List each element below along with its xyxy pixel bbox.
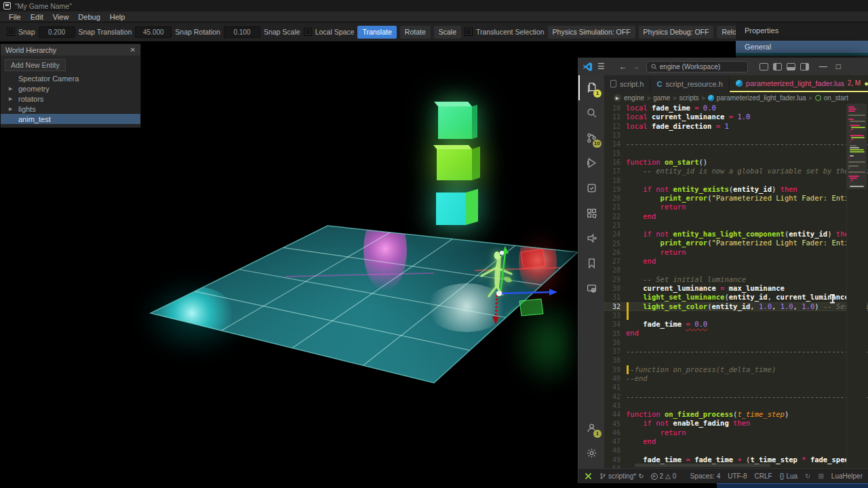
grid-status-icon[interactable]: ⊞ — [818, 472, 823, 480]
layout-panel-left-icon[interactable] — [760, 63, 768, 70]
code-line-31[interactable]: 31 light_set_luminance(entity_id, curren… — [604, 293, 868, 302]
code-line-45[interactable]: 45 if not enable_fading then — [604, 419, 868, 428]
activitybar-testing[interactable] — [578, 176, 604, 201]
breadcrumb-item-on-start[interactable]: on_start — [824, 94, 848, 102]
snap-checkbox[interactable] — [7, 28, 15, 36]
code-line-25[interactable]: 25 print_error("Parameterized Light Fade… — [604, 239, 868, 247]
code-line-46[interactable]: 46 return — [604, 428, 868, 437]
code-line-41[interactable]: 41 — [604, 383, 868, 392]
code-line-12[interactable]: 12local fade_direction = 1 — [604, 122, 868, 131]
activitybar-settings[interactable] — [578, 441, 604, 466]
close-icon[interactable]: ✕ — [130, 46, 136, 54]
menu-debug[interactable]: Debug — [73, 12, 104, 22]
breadcrumb-item-engine[interactable]: engine — [624, 94, 644, 102]
code-line-42[interactable]: 42--------------------------------------… — [604, 392, 868, 401]
code-line-32[interactable]: 32 light_set_color(entity_id, 1.0, 1.0, … — [604, 302, 868, 311]
scale-button[interactable]: Scale — [434, 26, 461, 39]
translate-gizmo[interactable] — [468, 242, 570, 337]
expand-arrow-icon[interactable]: ▶ — [9, 86, 18, 92]
add-new-entity-button[interactable]: Add New Entity — [5, 59, 66, 71]
code-line-26[interactable]: 26 return — [604, 248, 868, 257]
expand-arrow-icon[interactable]: ▶ — [9, 106, 18, 112]
tab-script-resource-h[interactable]: Cscript_resource.h — [650, 75, 729, 92]
snap-rotation-input[interactable]: 45.000 — [135, 26, 172, 38]
code-line-47[interactable]: 47 end — [604, 437, 868, 446]
code-line-24[interactable]: 24 if not entity_has_light_component(ent… — [604, 230, 868, 239]
gizmo-x-arrow[interactable] — [500, 289, 557, 296]
language-indicator[interactable]: {} Lua — [780, 472, 797, 480]
menu-help[interactable]: Help — [105, 12, 130, 22]
code-line-13[interactable]: 13 — [604, 131, 868, 140]
activitybar-run-debug[interactable] — [578, 150, 604, 176]
activitybar-account[interactable]: 1 — [578, 415, 604, 441]
hierarchy-item-geometry[interactable]: ▶geometry — [1, 83, 140, 94]
tab-script-h[interactable]: script.h — [604, 75, 650, 92]
horizontal-scrollbar[interactable] — [635, 464, 770, 467]
code-line-16[interactable]: 16function on_start() — [604, 158, 868, 167]
properties-section-general[interactable]: General — [736, 41, 868, 53]
menu-file[interactable]: File — [4, 12, 26, 22]
code-line-37[interactable]: 37--------------------------------------… — [604, 347, 868, 356]
minimize-icon[interactable]: — — [819, 62, 827, 71]
activitybar-bookmarks[interactable] — [578, 251, 604, 276]
problems-indicator[interactable]: ✕ 2 △ 0 — [651, 472, 677, 480]
activitybar-explorer[interactable]: 1 — [578, 75, 604, 100]
hierarchy-item-anim-test[interactable]: anim_test — [1, 114, 140, 124]
code-line-48[interactable]: 48 — [604, 446, 868, 455]
code-line-30[interactable]: 30 current_luminance = max_luminance — [604, 284, 868, 293]
code-line-40[interactable]: 40--end — [604, 374, 868, 383]
back-icon[interactable]: ← — [619, 62, 627, 71]
toggle-secondary-sidebar-icon[interactable] — [800, 63, 809, 70]
code-line-49[interactable]: 49 fade_time = fade_time + (t_time_step … — [604, 455, 868, 464]
translucent-selection-checkbox[interactable] — [465, 28, 473, 36]
code-line-23[interactable]: 23 — [604, 221, 868, 230]
encoding-indicator[interactable]: UTF-8 — [728, 472, 747, 480]
code-line-35[interactable]: 35end — [604, 329, 868, 338]
code-line-21[interactable]: 21 return — [604, 203, 868, 211]
snap-scale-input[interactable]: 0.100 — [224, 26, 260, 38]
code-line-38[interactable]: 38 — [604, 356, 868, 365]
snap-translation-input[interactable]: 0.200 — [39, 26, 75, 38]
toggle-panel-icon[interactable] — [787, 63, 795, 70]
code-line-36[interactable]: 36 — [604, 338, 868, 347]
code-line-10[interactable]: 10local fade_time = 0.0 — [604, 104, 868, 113]
physics-debug-button[interactable]: Physics Debug: OFF — [639, 26, 714, 39]
minimap[interactable] — [846, 104, 867, 468]
gizmo-z-arrow[interactable] — [492, 295, 499, 325]
code-editor[interactable]: 10local fade_time = 0.011local current_l… — [604, 104, 868, 468]
indentation-indicator[interactable]: Spaces: 4 — [690, 472, 720, 480]
code-line-29[interactable]: 29 -- Set initial luminance — [604, 275, 868, 284]
command-center-search[interactable]: engine (Workspace) — [646, 61, 748, 73]
code-line-44[interactable]: 44function on_fixed_process(t_time_step) — [604, 410, 868, 419]
breadcrumbs[interactable]: ▶engine>game>scripts>parameterized_light… — [604, 92, 868, 104]
code-line-11[interactable]: 11local current_luminance = 1.0 — [604, 113, 868, 121]
remote-status-icon[interactable] — [584, 472, 593, 481]
breadcrumb-item-scripts[interactable]: scripts — [679, 94, 699, 102]
code-line-20[interactable]: 20 print_error("Parameterized Light Fade… — [604, 194, 868, 203]
eol-indicator[interactable]: CRLF — [755, 472, 772, 480]
sync-icon[interactable]: ↻ — [638, 472, 644, 480]
breadcrumb-item-parameterized-light-fader-lua[interactable]: parameterized_light_fader.lua — [717, 94, 806, 102]
local-space-checkbox[interactable] — [304, 28, 312, 36]
translate-button[interactable]: Translate — [357, 26, 396, 39]
menu-edit[interactable]: Edit — [26, 12, 48, 22]
code-line-28[interactable]: 28 — [604, 266, 868, 274]
rotate-button[interactable]: Rotate — [400, 26, 431, 39]
git-branch-indicator[interactable]: scripting* ↻ — [599, 472, 644, 480]
gizmo-origin-handle[interactable] — [496, 291, 502, 296]
activitybar-remote-explorer[interactable] — [578, 276, 604, 301]
activitybar-source-control[interactable]: 10 — [578, 125, 604, 150]
luahelper-indicator[interactable]: LuaHelper — [831, 472, 863, 480]
hierarchy-item-rotators[interactable]: ▶rotators — [1, 94, 140, 104]
code-line-27[interactable]: 27 end — [604, 257, 868, 266]
hierarchy-item-spectator-camera[interactable]: Spectator Camera — [1, 73, 140, 83]
code-line-17[interactable]: 17 -- entity_id is now a global variable… — [604, 167, 868, 176]
hierarchy-item-lights[interactable]: ▶lights — [1, 104, 140, 114]
activitybar-extensions[interactable] — [578, 201, 604, 226]
physics-simulation-button[interactable]: Physics Simulation: OFF — [548, 26, 635, 39]
world-hierarchy-header[interactable]: World Hierarchy ✕ — [1, 44, 140, 56]
code-line-19[interactable]: 19 if not entity_exists(entity_id) then — [604, 185, 868, 194]
code-line-33[interactable]: 33 — [604, 311, 868, 320]
menu-view[interactable]: View — [48, 12, 74, 22]
maximize-icon[interactable]: □ — [836, 62, 841, 71]
